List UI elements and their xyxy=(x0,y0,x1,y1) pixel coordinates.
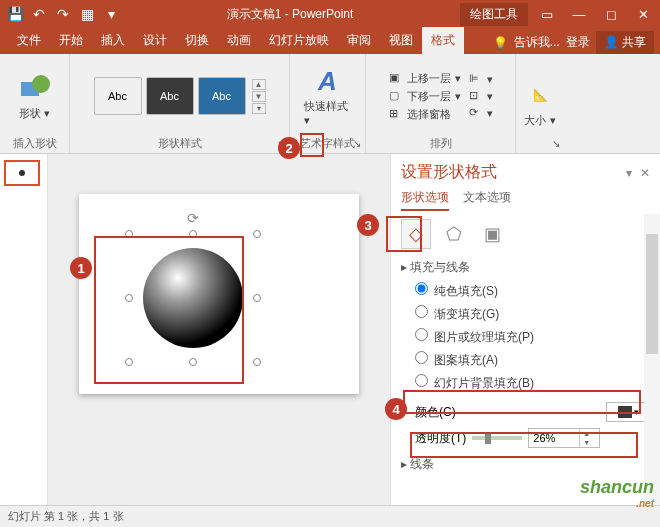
align-button[interactable]: ⊫▾ xyxy=(469,72,493,86)
oval-shape[interactable] xyxy=(143,248,243,348)
pane-scrollbar[interactable] xyxy=(644,214,660,505)
slider-thumb[interactable] xyxy=(485,432,491,444)
rotate-button[interactable]: ⟳▾ xyxy=(469,106,493,120)
group-insert-shape: 形状 ▾ 插入形状 xyxy=(0,54,70,153)
radio-pattern-fill[interactable]: 图案填充(A) xyxy=(415,351,650,369)
gallery-more-icon[interactable]: ▾ xyxy=(252,103,266,114)
align-icon: ⊫ xyxy=(469,72,483,86)
radio-slidebg-fill[interactable]: 幻灯片背景填充(B) xyxy=(415,374,650,392)
size-dialog-launcher[interactable]: ↘ xyxy=(552,138,560,149)
rotation-handle-icon[interactable]: ⟳ xyxy=(187,210,199,226)
annotation-2: 2 xyxy=(278,137,300,159)
pane-title-row: 设置形状格式 ▾ ✕ xyxy=(401,162,650,183)
tab-slideshow[interactable]: 幻灯片放映 xyxy=(260,27,338,54)
ribbon-tabs: 文件 开始 插入 设计 切换 动画 幻灯片放映 审阅 视图 格式 💡 告诉我..… xyxy=(0,28,660,54)
tab-design[interactable]: 设计 xyxy=(134,27,176,54)
section-fill-line[interactable]: ▸ 填充与线条 xyxy=(401,259,650,276)
resize-handle[interactable] xyxy=(253,294,261,302)
send-backward-button[interactable]: ▢下移一层 ▾ xyxy=(389,89,461,104)
share-button[interactable]: 👤 共享 xyxy=(596,31,654,54)
size-button[interactable]: 📐 大小 ▾ xyxy=(518,77,562,130)
effects-icon[interactable]: ⬠ xyxy=(439,219,469,249)
transparency-spinner: ▲▼ xyxy=(528,428,600,448)
transparency-slider[interactable] xyxy=(472,436,522,440)
pane-close-icon[interactable]: ✕ xyxy=(640,166,650,180)
tab-file[interactable]: 文件 xyxy=(8,27,50,54)
resize-handle[interactable] xyxy=(189,358,197,366)
section-line[interactable]: ▸ 线条 xyxy=(401,456,650,473)
group-quick-styles: A 快速样式 ▾ 艺术字样式 ↘ xyxy=(290,54,366,153)
tab-view[interactable]: 视图 xyxy=(380,27,422,54)
tab-insert[interactable]: 插入 xyxy=(92,27,134,54)
slide-canvas-area[interactable]: ⟳ xyxy=(48,154,390,505)
group-label-insert-shape: 插入形状 xyxy=(8,134,61,151)
selected-shape[interactable]: ⟳ xyxy=(129,234,257,362)
slide-counter[interactable]: 幻灯片 第 1 张，共 1 张 xyxy=(8,509,124,524)
size-props-icon[interactable]: ▣ xyxy=(477,219,507,249)
radio-picture-fill[interactable]: 图片或纹理填充(P) xyxy=(415,328,650,346)
redo-icon[interactable]: ↷ xyxy=(54,5,72,23)
tell-me[interactable]: 告诉我... xyxy=(514,34,560,51)
shape-style-1[interactable]: Abc xyxy=(94,77,142,115)
group-icon: ⊡ xyxy=(469,89,483,103)
tab-text-options[interactable]: 文本选项 xyxy=(463,189,511,211)
undo-icon[interactable]: ↶ xyxy=(30,5,48,23)
resize-handle[interactable] xyxy=(125,294,133,302)
window-controls: ▭ ― ◻ ✕ xyxy=(536,7,654,22)
radio-solid-fill[interactable]: 纯色填充(S) xyxy=(415,282,650,300)
quick-styles-button[interactable]: A 快速样式 ▾ xyxy=(298,63,357,129)
wordart-dialog-launcher[interactable]: ↘ xyxy=(353,138,361,149)
qat-dropdown-icon[interactable]: ▾ xyxy=(102,5,120,23)
resize-handle[interactable] xyxy=(125,230,133,238)
gallery-down-icon[interactable]: ▼ xyxy=(252,91,266,102)
tab-animation[interactable]: 动画 xyxy=(218,27,260,54)
bring-forward-icon: ▣ xyxy=(389,71,403,85)
save-icon[interactable]: 💾 xyxy=(6,5,24,23)
group-button[interactable]: ⊡▾ xyxy=(469,89,493,103)
document-title: 演示文稿1 - PowerPoint xyxy=(120,6,460,23)
style-gallery-nav: ▲ ▼ ▾ xyxy=(252,79,266,114)
shape-style-2[interactable]: Abc xyxy=(146,77,194,115)
pane-tabs: 形状选项 文本选项 xyxy=(401,189,650,211)
start-slideshow-icon[interactable]: ▦ xyxy=(78,5,96,23)
resize-handle[interactable] xyxy=(125,358,133,366)
format-shape-pane: 设置形状格式 ▾ ✕ 形状选项 文本选项 ◇ ⬠ ▣ ▸ 填充与线条 纯色填充(… xyxy=(390,154,660,505)
resize-handle[interactable] xyxy=(253,230,261,238)
bring-forward-button[interactable]: ▣上移一层 ▾ xyxy=(389,71,461,86)
color-label: 颜色(C) xyxy=(415,404,456,421)
spin-down-icon[interactable]: ▼ xyxy=(580,438,593,447)
fill-line-icon[interactable]: ◇ xyxy=(401,219,431,249)
annotation-4: 4 xyxy=(385,398,407,420)
rotate-icon: ⟳ xyxy=(469,106,483,120)
slide[interactable]: ⟳ xyxy=(79,194,359,394)
spin-up-icon[interactable]: ▲ xyxy=(580,429,593,438)
tab-format[interactable]: 格式 xyxy=(422,27,464,54)
signin[interactable]: 登录 xyxy=(566,34,590,51)
maximize-icon[interactable]: ◻ xyxy=(600,7,622,22)
close-icon[interactable]: ✕ xyxy=(632,7,654,22)
tab-review[interactable]: 审阅 xyxy=(338,27,380,54)
resize-handle[interactable] xyxy=(253,358,261,366)
resize-handle[interactable] xyxy=(189,230,197,238)
pane-dropdown-icon[interactable]: ▾ xyxy=(626,166,632,180)
group-arrange: ▣上移一层 ▾ ▢下移一层 ▾ ⊞选择窗格 ⊫▾ ⊡▾ ⟳▾ 排列 xyxy=(366,54,516,153)
shapes-button[interactable]: 形状 ▾ xyxy=(13,70,57,123)
ribbon-options-icon[interactable]: ▭ xyxy=(536,7,558,22)
scrollbar-thumb[interactable] xyxy=(646,234,658,354)
tab-home[interactable]: 开始 xyxy=(50,27,92,54)
shape-style-3[interactable]: Abc xyxy=(198,77,246,115)
title-bar: 💾 ↶ ↷ ▦ ▾ 演示文稿1 - PowerPoint 绘图工具 ▭ ― ◻ … xyxy=(0,0,660,28)
tab-shape-options[interactable]: 形状选项 xyxy=(401,189,449,211)
thumbnail-1[interactable]: 1 xyxy=(4,160,40,186)
minimize-icon[interactable]: ― xyxy=(568,7,590,22)
send-backward-icon: ▢ xyxy=(389,89,403,103)
transparency-input[interactable] xyxy=(529,432,579,444)
tab-transition[interactable]: 切换 xyxy=(176,27,218,54)
gallery-up-icon[interactable]: ▲ xyxy=(252,79,266,90)
size-icon: 📐 xyxy=(524,79,556,111)
annotation-3: 3 xyxy=(357,214,379,236)
tellme-icon[interactable]: 💡 xyxy=(493,36,508,50)
selection-pane-button[interactable]: ⊞选择窗格 xyxy=(389,107,461,122)
radio-gradient-fill[interactable]: 渐变填充(G) xyxy=(415,305,650,323)
group-size: 📐 大小 ▾ ↘ xyxy=(516,54,564,153)
